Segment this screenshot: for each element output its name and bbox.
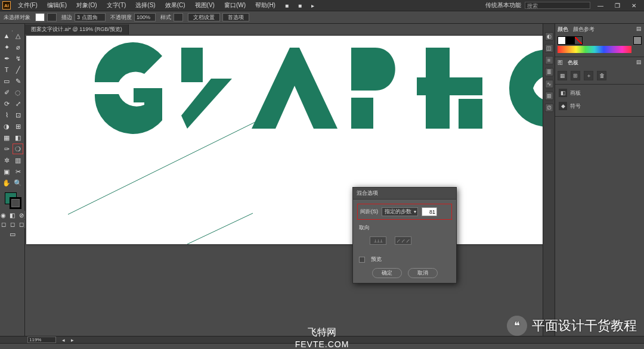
dialog-ok-button[interactable]: 确定 bbox=[372, 268, 402, 278]
preview-checkbox[interactable] bbox=[359, 257, 365, 263]
swatch-options-icon[interactable]: ⊞ bbox=[571, 71, 580, 80]
tool-slice[interactable]: ✂ bbox=[13, 166, 23, 177]
doc-setup-button[interactable]: 文档设置 bbox=[188, 13, 220, 21]
window-close[interactable]: ✕ bbox=[627, 1, 640, 10]
tool-shaper[interactable]: ✐ bbox=[1, 87, 12, 98]
tool-rotate[interactable]: ⟳ bbox=[1, 98, 12, 109]
menu-window[interactable]: 窗口(W) bbox=[219, 1, 250, 10]
color-spectrum[interactable] bbox=[558, 46, 631, 53]
tool-curvature[interactable]: ↯ bbox=[13, 53, 23, 64]
tool-free-transform[interactable]: ⊡ bbox=[13, 110, 23, 120]
color-swatch-black[interactable] bbox=[566, 36, 574, 45]
panel-item-symbols[interactable]: ◆ 符号 bbox=[558, 99, 642, 113]
bridge-button-2[interactable]: ■ bbox=[293, 2, 306, 9]
preferences-button[interactable]: 首选项 bbox=[222, 13, 249, 21]
collapsed-tab-7[interactable]: ∅ bbox=[545, 104, 553, 112]
tool-eraser[interactable]: ◌ bbox=[13, 87, 23, 98]
status-nav-next[interactable]: ▸ bbox=[71, 337, 74, 343]
color-guide-tab[interactable]: 颜色参考 bbox=[573, 26, 595, 33]
opacity-select[interactable]: 100% bbox=[134, 13, 156, 21]
collapsed-tab-5[interactable]: ∿ bbox=[545, 80, 553, 88]
document-tab[interactable]: 图案文字设计.ai* @ 119% (RGB/预览) bbox=[25, 24, 129, 35]
swatch-delete-icon[interactable]: 🗑 bbox=[597, 71, 606, 80]
draw-normal[interactable]: ◻ bbox=[0, 220, 8, 228]
swatch-new-icon[interactable]: ＋ bbox=[584, 71, 593, 80]
tool-selection[interactable]: ▲ bbox=[1, 30, 12, 41]
panel-item-artboards[interactable]: ◧ 画板 bbox=[558, 86, 642, 99]
menu-object[interactable]: 对象(O) bbox=[72, 1, 101, 10]
tool-magic-wand[interactable]: ✦ bbox=[1, 42, 12, 52]
screen-mode[interactable]: ▭ bbox=[7, 229, 18, 239]
fill-stroke-swatches[interactable] bbox=[3, 192, 22, 210]
tool-line[interactable]: ╱ bbox=[13, 64, 23, 75]
bridge-button-3[interactable]: ▸ bbox=[306, 2, 319, 9]
status-nav-prev[interactable]: ◂ bbox=[62, 337, 65, 343]
window-restore[interactable]: ❐ bbox=[611, 1, 624, 10]
tool-perspective[interactable]: ⊞ bbox=[13, 121, 23, 132]
bridge-button-1[interactable]: ■ bbox=[280, 2, 293, 9]
menu-select[interactable]: 选择(S) bbox=[131, 1, 160, 10]
tool-width[interactable]: ⌇ bbox=[1, 110, 12, 120]
fill-swatch[interactable] bbox=[35, 13, 45, 21]
tool-artboard[interactable]: ▣ bbox=[1, 166, 12, 177]
panel-item-label: 画板 bbox=[570, 89, 581, 97]
color-swatch-white[interactable] bbox=[558, 36, 566, 45]
spectrum-toggle-icon[interactable] bbox=[633, 36, 642, 45]
stroke-profile-select[interactable]: 3 点圆角 bbox=[75, 13, 106, 21]
collapsed-tab-3[interactable]: ≡ bbox=[545, 56, 553, 64]
draw-behind[interactable]: ◻ bbox=[8, 220, 17, 228]
menu-view[interactable]: 视图(V) bbox=[190, 1, 219, 10]
stroke-color-swatch[interactable] bbox=[10, 197, 21, 209]
tool-column-graph[interactable]: ▥ bbox=[13, 155, 23, 166]
tool-zoom[interactable]: 🔍 bbox=[13, 177, 23, 188]
tool-type[interactable]: T bbox=[1, 64, 12, 75]
color-mode-fill[interactable]: ◉ bbox=[0, 211, 8, 219]
tool-blend[interactable]: ❍ bbox=[13, 144, 23, 154]
color-tab[interactable]: 颜色 bbox=[558, 26, 568, 33]
tool-symbol-sprayer[interactable]: ✲ bbox=[1, 155, 12, 166]
color-swatch-none[interactable] bbox=[574, 36, 583, 45]
spacing-label: 间距(S) bbox=[360, 208, 378, 216]
collapsed-tab-4[interactable]: ≣ bbox=[545, 68, 553, 76]
style-select[interactable] bbox=[174, 13, 183, 21]
canvas[interactable]: GRAPHIC bbox=[25, 35, 543, 336]
lib-tab-1[interactable]: 图 bbox=[558, 59, 563, 67]
menu-edit[interactable]: 编辑(E) bbox=[42, 1, 72, 10]
tool-rectangle[interactable]: ▭ bbox=[1, 76, 12, 86]
orientation-align-page[interactable]: ⟂⟂⟂ bbox=[370, 236, 386, 245]
workspace-switcher[interactable]: 传统基本功能 bbox=[485, 1, 521, 10]
collapsed-tab-1[interactable]: ◐ bbox=[545, 32, 553, 40]
zoom-level-field[interactable]: 119% bbox=[27, 336, 56, 343]
tool-lasso[interactable]: ⌀ bbox=[13, 42, 23, 52]
collapsed-tab-6[interactable]: ⊞ bbox=[545, 92, 553, 100]
color-mode-gradient[interactable]: ◧ bbox=[8, 211, 17, 219]
panel-menu-icon[interactable]: ▤ bbox=[636, 59, 642, 67]
menu-help[interactable]: 帮助(H) bbox=[250, 1, 280, 10]
tool-mesh[interactable]: ▦ bbox=[1, 132, 12, 143]
spacing-value-input[interactable] bbox=[422, 207, 437, 216]
orientation-align-path[interactable]: ⟋⟋⟋ bbox=[395, 236, 411, 245]
tool-paintbrush[interactable]: ✎ bbox=[13, 76, 23, 86]
tool-pen[interactable]: ✒ bbox=[1, 53, 12, 64]
tool-eyedropper[interactable]: ✑ bbox=[1, 144, 12, 154]
tool-gradient[interactable]: ◧ bbox=[13, 132, 23, 143]
menu-type[interactable]: 文字(T) bbox=[102, 1, 131, 10]
menu-file[interactable]: 文件(F) bbox=[13, 1, 42, 10]
draw-inside[interactable]: ◻ bbox=[17, 220, 26, 228]
tool-shape-builder[interactable]: ◑ bbox=[1, 121, 12, 132]
dialog-cancel-button[interactable]: 取消 bbox=[408, 268, 438, 278]
stroke-swatch[interactable] bbox=[47, 13, 57, 21]
lib-tab-2[interactable]: 色板 bbox=[568, 59, 578, 67]
color-mode-none[interactable]: ⊘ bbox=[17, 211, 26, 219]
menu-effect[interactable]: 效果(C) bbox=[160, 1, 190, 10]
swatch-lib-icon[interactable]: ▦ bbox=[558, 71, 567, 80]
tool-direct-selection[interactable]: △ bbox=[13, 30, 23, 41]
spacing-mode-select[interactable]: 指定的步数 bbox=[382, 207, 418, 216]
tool-hand[interactable]: ✋ bbox=[1, 177, 12, 188]
panel-menu-icon[interactable]: ▤ bbox=[636, 26, 642, 33]
selection-indicator: 未选择对象 bbox=[4, 14, 30, 21]
search-input[interactable]: 搜索 bbox=[525, 2, 590, 9]
collapsed-tab-2[interactable]: ◫ bbox=[545, 44, 553, 52]
window-minimize[interactable]: — bbox=[594, 1, 607, 10]
tool-scale[interactable]: ⤢ bbox=[13, 98, 23, 109]
